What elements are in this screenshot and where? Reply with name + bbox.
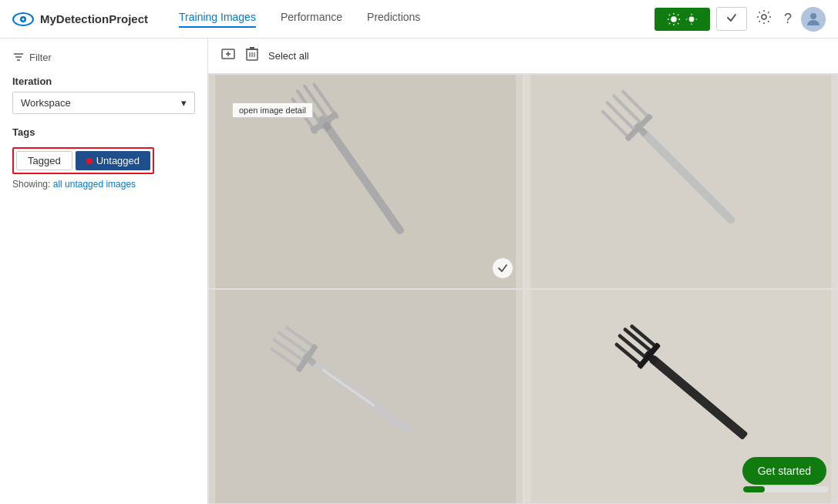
- chevron-down-icon: ▾: [181, 97, 187, 109]
- svg-rect-30: [530, 75, 831, 288]
- filter-row[interactable]: Filter: [12, 51, 195, 63]
- main-nav: Training Images Performance Predictions: [179, 11, 639, 28]
- tab-performance[interactable]: Performance: [281, 11, 342, 28]
- get-started-button[interactable]: Get started: [742, 457, 826, 485]
- image-tooltip-1: open image detail: [232, 102, 313, 118]
- checkmark-icon: [726, 12, 737, 23]
- showing-link[interactable]: all untagged images: [53, 179, 136, 190]
- user-icon: [804, 10, 823, 29]
- header-actions: ?: [655, 6, 826, 32]
- project-name: MyDetectionProject: [40, 12, 148, 25]
- progress-bar: [743, 486, 828, 492]
- gear-cog-icon-2: [685, 13, 698, 25]
- iteration-label: Iteration: [12, 76, 195, 87]
- iteration-dropdown[interactable]: Workspace ▾: [12, 92, 195, 114]
- showing-text: Showing: all untagged images: [12, 179, 195, 190]
- trash-icon: [245, 46, 259, 62]
- iteration-value: Workspace: [21, 97, 71, 109]
- logo-area: MyDetectionProject: [12, 12, 148, 27]
- help-button[interactable]: ?: [781, 8, 795, 30]
- image-add-icon: [220, 46, 236, 62]
- delete-icon[interactable]: [245, 46, 259, 66]
- image-cell-1[interactable]: open image detail: [208, 74, 523, 289]
- untagged-dot: [86, 158, 93, 164]
- image-cell-4[interactable]: Get started: [523, 289, 839, 504]
- filter-label: Filter: [29, 52, 52, 63]
- fork-image-3: [209, 290, 523, 503]
- eye-icon: [12, 12, 34, 27]
- iteration-section: Iteration Workspace ▾: [12, 76, 195, 114]
- tagged-button[interactable]: Tagged: [16, 151, 72, 170]
- train-button[interactable]: [655, 8, 710, 31]
- tab-training-images[interactable]: Training Images: [179, 11, 256, 28]
- check-button[interactable]: [716, 7, 747, 31]
- image-cell-3[interactable]: [208, 289, 523, 504]
- untagged-button[interactable]: Untagged: [76, 151, 150, 170]
- check-circle-1[interactable]: [492, 257, 513, 279]
- svg-point-8: [810, 13, 816, 19]
- sidebar: Filter Iteration Workspace ▾ Tags Tagged…: [0, 39, 208, 504]
- gear-cog-icon: [667, 12, 681, 26]
- checkmark-circle-icon: [496, 262, 509, 274]
- settings-button[interactable]: [753, 6, 775, 32]
- avatar[interactable]: [801, 7, 826, 32]
- tags-section: Tags Tagged Untagged Showing: all untagg…: [12, 126, 195, 190]
- image-cell-2[interactable]: [523, 74, 839, 289]
- add-images-icon[interactable]: [220, 46, 236, 66]
- main-layout: Filter Iteration Workspace ▾ Tags Tagged…: [0, 39, 838, 504]
- select-all-label[interactable]: Select all: [268, 50, 309, 62]
- settings-icon: [756, 9, 772, 25]
- tab-predictions[interactable]: Predictions: [367, 11, 420, 28]
- svg-point-7: [762, 15, 766, 19]
- svg-point-2: [22, 18, 25, 20]
- toolbar: Select all: [208, 39, 838, 74]
- tags-filter-group: Tagged Untagged: [12, 147, 154, 174]
- tags-label: Tags: [12, 126, 195, 138]
- content-area: Select all: [208, 39, 838, 504]
- filter-icon: [12, 51, 25, 63]
- app-header: MyDetectionProject Training Images Perfo…: [0, 0, 838, 39]
- image-grid: open image detail: [208, 74, 838, 504]
- progress-bar-fill: [743, 486, 765, 492]
- fork-image-2: [524, 75, 838, 288]
